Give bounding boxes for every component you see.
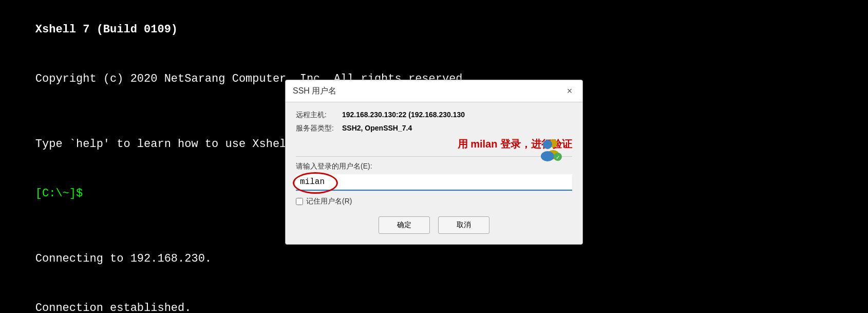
- server-type-label: 服务器类型:: [296, 124, 342, 133]
- terminal-line-8: Connection established.: [8, 284, 860, 313]
- cancel-button[interactable]: 取消: [438, 216, 489, 234]
- dialog-info-section: ✓ 远程主机: 192.168.230.130:22 (192.168.230.…: [296, 111, 572, 133]
- dialog-body: ✓ 远程主机: 192.168.230.130:22 (192.168.230.…: [286, 102, 582, 244]
- annotation-text: 用 milan 登录，进行验证: [296, 137, 572, 151]
- username-input-wrapper: [296, 174, 572, 191]
- divider: [296, 156, 572, 157]
- dialog-titlebar: SSH 用户名 ×: [286, 80, 582, 102]
- username-input[interactable]: [296, 174, 572, 191]
- ssh-username-dialog: SSH 用户名 ×: [285, 80, 583, 245]
- svg-point-2: [543, 140, 552, 149]
- remember-checkbox[interactable]: [296, 198, 303, 205]
- close-button[interactable]: ×: [564, 85, 575, 97]
- remote-host-row: 远程主机: 192.168.230.130:22 (192.168.230.13…: [296, 111, 572, 120]
- remember-row: 记住用户名(R): [296, 197, 572, 206]
- svg-point-3: [541, 151, 554, 161]
- svg-text:✓: ✓: [556, 154, 559, 161]
- username-input-label: 请输入登录的用户名(E):: [296, 162, 572, 171]
- confirm-button[interactable]: 确定: [379, 216, 430, 234]
- server-type-row: 服务器类型: SSH2, OpenSSH_7.4: [296, 124, 572, 133]
- dialog-buttons: 确定 取消: [296, 216, 572, 234]
- terminal-line-1: Xshell 7 (Build 0109): [8, 5, 860, 54]
- user-icon: ✓: [536, 135, 563, 164]
- remote-host-value: 192.168.230.130:22 (192.168.230.130: [342, 111, 465, 119]
- dialog-title: SSH 用户名: [293, 86, 336, 97]
- remote-host-label: 远程主机:: [296, 111, 342, 120]
- server-type-value: SSH2, OpenSSH_7.4: [342, 124, 412, 132]
- remember-label: 记住用户名(R): [306, 197, 352, 206]
